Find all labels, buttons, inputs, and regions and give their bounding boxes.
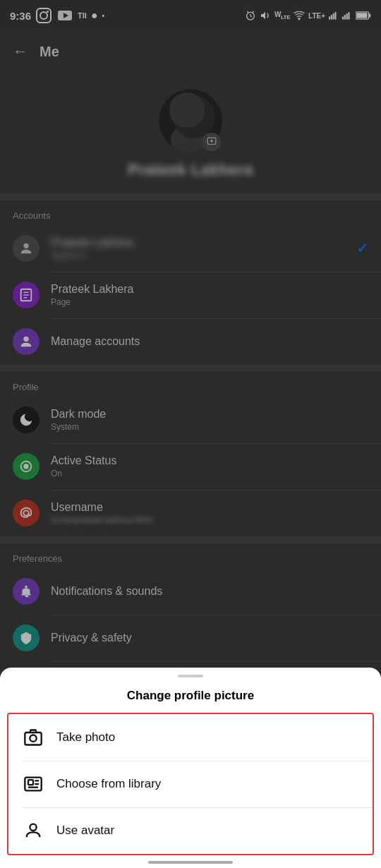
options-box: Take photo Choose from library: [7, 713, 374, 855]
gesture-bar: [148, 861, 233, 864]
use-avatar-icon: [23, 820, 44, 841]
svg-rect-44: [28, 780, 33, 785]
take-photo-option[interactable]: Take photo: [8, 714, 373, 761]
bottom-sheet: Change profile picture Take photo: [0, 668, 381, 868]
library-icon: [23, 774, 43, 794]
take-photo-label: Take photo: [56, 730, 115, 745]
svg-point-48: [30, 824, 36, 831]
choose-library-option[interactable]: Choose from library: [8, 761, 373, 807]
use-avatar-label: Use avatar: [56, 824, 114, 838]
take-photo-icon: [23, 727, 44, 748]
sheet-title: Change profile picture: [0, 682, 381, 713]
svg-point-42: [30, 735, 36, 742]
avatar-option-icon: [23, 821, 43, 840]
camera-icon: [23, 728, 43, 747]
choose-library-label: Choose from library: [56, 777, 161, 791]
choose-library-icon: [23, 773, 44, 795]
sheet-handle: [178, 675, 203, 677]
use-avatar-option[interactable]: Use avatar: [8, 807, 373, 854]
